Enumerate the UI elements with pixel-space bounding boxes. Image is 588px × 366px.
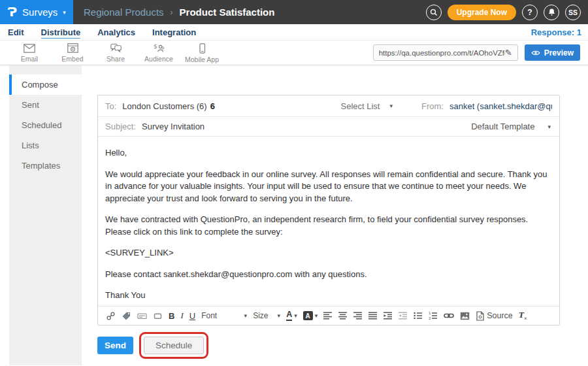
question-mark-icon: ?: [527, 8, 532, 17]
email-body-editor[interactable]: Hello, We would appreciate your feedback…: [98, 137, 559, 306]
italic-button[interactable]: I: [180, 310, 183, 321]
subject-input[interactable]: Survey Invitation: [142, 122, 204, 131]
share-icon: [110, 43, 122, 53]
size-dropdown-label: Size: [253, 311, 268, 320]
template-dropdown[interactable]: Default Template ▾: [471, 122, 552, 131]
insert-tag-button[interactable]: [122, 311, 131, 321]
recipient-count: 6: [210, 101, 215, 111]
survey-nav-tabs: Edit Distribute Analytics Integration Re…: [0, 24, 588, 41]
questionpro-logo-icon: Ɂ: [7, 6, 17, 18]
hyperlink-button[interactable]: [444, 312, 454, 320]
numbered-list-button[interactable]: 1 2: [429, 311, 438, 320]
compose-actions: Send Schedule: [97, 332, 208, 359]
insert-button-button[interactable]: [153, 311, 163, 321]
questionpro-app: Ɂ Surveys ▾ Regional Products › Product …: [0, 0, 588, 366]
text-color-button[interactable]: A ▾: [286, 310, 297, 321]
bell-icon: [547, 8, 556, 16]
search-button[interactable]: [426, 5, 442, 20]
tab-distribute[interactable]: Distribute: [41, 25, 81, 39]
bold-button[interactable]: B: [169, 311, 174, 321]
body-paragraph: Please contact sanket.shekdar@questionpr…: [105, 269, 552, 281]
card-icon: [137, 311, 147, 321]
from-label: From:: [421, 101, 444, 111]
tab-integration[interactable]: Integration: [152, 25, 196, 39]
channel-email[interactable]: Email: [8, 43, 51, 63]
surveys-menu-label: Surveys: [22, 7, 57, 18]
align-left-icon: [323, 311, 333, 320]
top-header: Ɂ Surveys ▾ Regional Products › Product …: [0, 0, 588, 24]
channel-email-label: Email: [21, 55, 38, 63]
svg-text:1: 1: [429, 311, 431, 315]
preview-button-label: Preview: [544, 48, 574, 58]
size-dropdown[interactable]: Size ▾: [253, 311, 280, 320]
survey-link-area: https://qa.questionpro.com/t/AOhoVZfqml …: [373, 44, 588, 61]
insert-link-button[interactable]: [106, 311, 116, 321]
sidebar-item-templates[interactable]: Templates: [9, 156, 82, 176]
channel-mobile-app-label: Mobile App: [185, 56, 219, 63]
align-right-button[interactable]: [353, 311, 363, 320]
justify-button[interactable]: [368, 311, 378, 320]
sidebar-item-lists[interactable]: Lists: [9, 135, 82, 156]
chevron-down-icon: ▾: [278, 312, 281, 319]
schedule-button[interactable]: Schedule: [144, 337, 204, 354]
channel-share-label: Share: [106, 55, 125, 63]
chain-link-icon: [444, 312, 454, 320]
remove-format-button[interactable]: T×: [519, 310, 527, 322]
avatar[interactable]: SS: [565, 5, 581, 20]
surveys-menu[interactable]: Ɂ Surveys ▾: [0, 0, 73, 24]
template-dropdown-label: Default Template: [471, 122, 534, 131]
chevron-down-icon: ▾: [244, 312, 248, 319]
chevron-down-icon: ▾: [294, 312, 297, 319]
breadcrumb-folder[interactable]: Regional Products: [84, 7, 164, 18]
sidebar-item-sent[interactable]: Sent: [9, 95, 82, 115]
sidebar-item-compose[interactable]: Compose: [9, 75, 82, 95]
tab-edit[interactable]: Edit: [8, 25, 24, 39]
channel-audience[interactable]: $ Audience: [137, 42, 180, 63]
source-document-icon: [476, 311, 484, 321]
embed-icon: [67, 43, 78, 53]
distribute-toolbar: Email Embed Share $: [0, 41, 588, 65]
chevron-down-icon: ▾: [63, 9, 66, 16]
font-dropdown[interactable]: Font ▾: [201, 311, 247, 320]
insert-image-button[interactable]: [460, 312, 470, 320]
channel-share[interactable]: Share: [94, 42, 137, 63]
edit-url-icon[interactable]: ✎: [505, 48, 512, 58]
tab-analytics[interactable]: Analytics: [97, 25, 135, 39]
from-value[interactable]: sanket (sanket.shekdar@ques...: [449, 101, 552, 111]
breadcrumb: Regional Products › Product Satisfaction: [84, 7, 274, 18]
compose-sidebar: Compose Sent Scheduled Lists Templates: [9, 65, 82, 365]
channel-mobile-app[interactable]: Mobile App: [180, 42, 223, 63]
to-value[interactable]: London Customers (6): [122, 101, 206, 111]
notifications-button[interactable]: [544, 5, 559, 20]
survey-url-text[interactable]: https://qa.questionpro.com/t/AOhoVZfqml: [379, 49, 505, 57]
bullet-list-button[interactable]: [414, 311, 423, 320]
preview-button[interactable]: Preview: [525, 44, 580, 61]
decrease-indent-button[interactable]: [399, 311, 408, 320]
bullet-list-icon: [414, 311, 423, 320]
justify-icon: [368, 311, 378, 320]
body-paragraph: <SURVEY_LINK>: [105, 247, 552, 259]
select-list-label: Select List: [340, 101, 380, 111]
body-paragraph: We have contracted with QuestionPro, an …: [105, 214, 552, 238]
survey-url-field[interactable]: https://qa.questionpro.com/t/AOhoVZfqml …: [373, 44, 518, 61]
upgrade-now-button[interactable]: Upgrade Now: [448, 5, 516, 20]
send-button[interactable]: Send: [97, 337, 133, 354]
remove-format-icon: T×: [519, 310, 527, 322]
increase-indent-button[interactable]: [384, 311, 393, 320]
sidebar-item-scheduled[interactable]: Scheduled: [9, 115, 82, 135]
select-list-dropdown[interactable]: Select List ▾: [340, 101, 393, 111]
align-right-icon: [353, 311, 363, 320]
channel-embed[interactable]: Embed: [51, 42, 94, 63]
email-compose-card: To: London Customers (6) 6 Select List ▾…: [97, 95, 560, 325]
underline-button[interactable]: U: [189, 311, 195, 321]
body-paragraph: Hello,: [105, 147, 552, 159]
help-button[interactable]: ?: [522, 5, 538, 20]
subject-label: Subject:: [105, 122, 136, 131]
text-color-icon: A: [286, 310, 292, 321]
insert-field-button[interactable]: [137, 311, 147, 321]
background-color-button[interactable]: A ▾: [303, 311, 318, 320]
svg-text:2: 2: [429, 316, 431, 320]
align-center-button[interactable]: [338, 311, 348, 320]
align-left-button[interactable]: [323, 311, 333, 320]
source-button[interactable]: Source: [476, 311, 513, 321]
